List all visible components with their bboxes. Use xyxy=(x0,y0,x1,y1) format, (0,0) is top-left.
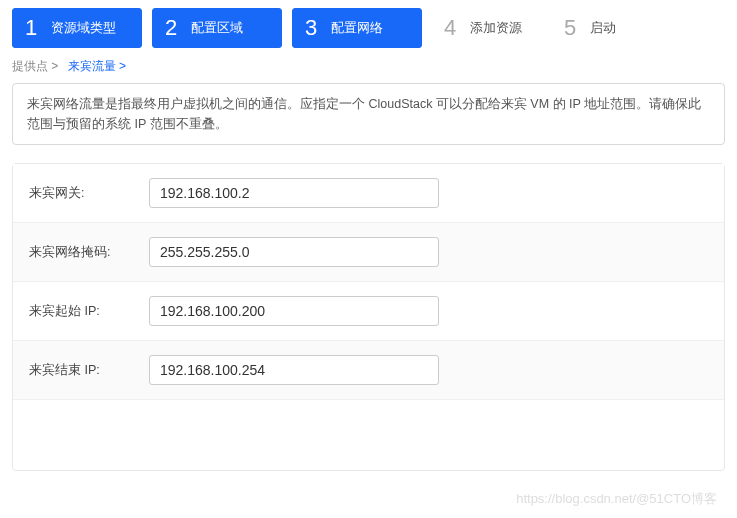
row-guest-netmask: 来宾网络掩码: xyxy=(13,223,724,282)
step-number: 2 xyxy=(165,15,177,41)
label-guest-gateway: 来宾网关: xyxy=(29,185,149,202)
step-number: 1 xyxy=(25,15,37,41)
step-config-network[interactable]: 3 配置网络 xyxy=(292,8,422,48)
input-guest-end-ip[interactable] xyxy=(149,355,439,385)
step-number: 3 xyxy=(305,15,317,41)
description-box: 来宾网络流量是指最终用户虚拟机之间的通信。应指定一个 CloudStack 可以… xyxy=(12,83,725,145)
row-guest-start-ip: 来宾起始 IP: xyxy=(13,282,724,341)
label-guest-netmask: 来宾网络掩码: xyxy=(29,244,149,261)
step-number: 5 xyxy=(564,15,576,41)
input-guest-gateway[interactable] xyxy=(149,178,439,208)
step-number: 4 xyxy=(444,15,456,41)
label-guest-end-ip: 来宾结束 IP: xyxy=(29,362,149,379)
wizard-steps: 1 资源域类型 2 配置区域 3 配置网络 4 添加资源 5 启动 xyxy=(0,0,737,54)
step-config-zone[interactable]: 2 配置区域 xyxy=(152,8,282,48)
guest-network-form: 来宾网关: 来宾网络掩码: 来宾起始 IP: 来宾结束 IP: xyxy=(12,163,725,471)
breadcrumb-guest-traffic-link[interactable]: 来宾流量 > xyxy=(68,59,126,73)
breadcrumb: 提供点 > 来宾流量 > xyxy=(0,54,737,83)
step-launch: 5 启动 xyxy=(552,8,662,48)
step-label: 配置区域 xyxy=(191,20,243,36)
step-zone-type[interactable]: 1 资源域类型 xyxy=(12,8,142,48)
label-guest-start-ip: 来宾起始 IP: xyxy=(29,303,149,320)
breadcrumb-prefix: 提供点 > xyxy=(12,59,58,73)
row-guest-gateway: 来宾网关: xyxy=(13,164,724,223)
row-guest-end-ip: 来宾结束 IP: xyxy=(13,341,724,400)
step-add-resources: 4 添加资源 xyxy=(432,8,542,48)
input-guest-netmask[interactable] xyxy=(149,237,439,267)
step-label: 添加资源 xyxy=(470,20,522,36)
input-guest-start-ip[interactable] xyxy=(149,296,439,326)
step-label: 启动 xyxy=(590,20,616,36)
step-label: 资源域类型 xyxy=(51,20,116,36)
step-label: 配置网络 xyxy=(331,20,383,36)
